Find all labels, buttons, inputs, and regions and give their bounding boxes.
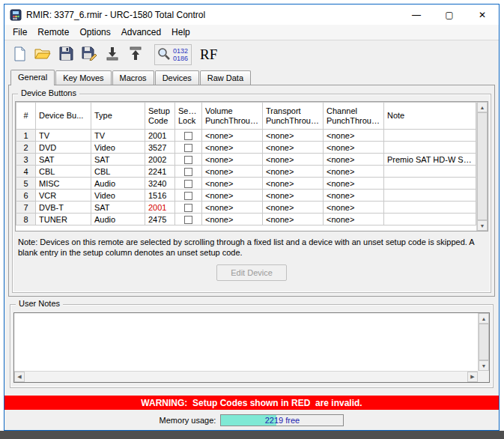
transport-punchthrough-cell[interactable]: <none> bbox=[263, 130, 324, 142]
column-header[interactable]: Type bbox=[91, 103, 145, 130]
tab-macros[interactable]: Macros bbox=[112, 70, 154, 85]
transport-punchthrough-cell[interactable]: <none> bbox=[263, 178, 324, 190]
column-header[interactable]: # bbox=[16, 103, 36, 130]
type-cell[interactable]: Audio bbox=[91, 178, 145, 190]
notes-scroll-right-icon[interactable]: ▶ bbox=[467, 372, 478, 382]
notes-horizontal-scrollbar[interactable]: ◀ ▶ bbox=[14, 371, 478, 382]
tab-raw-data[interactable]: Raw Data bbox=[200, 70, 251, 85]
note-cell[interactable] bbox=[384, 202, 476, 214]
setup-lock-cell[interactable] bbox=[175, 202, 202, 214]
setup-code-cell[interactable]: 2241 bbox=[145, 166, 175, 178]
edit-device-button[interactable]: Edit Device bbox=[216, 264, 287, 281]
volume-punchthrough-cell[interactable]: <none> bbox=[202, 214, 263, 225]
setup-code-cell[interactable]: 1516 bbox=[145, 190, 175, 202]
save-button[interactable] bbox=[55, 44, 76, 65]
column-header[interactable]: Transport PunchThrough bbox=[263, 103, 324, 130]
device-button-cell[interactable]: DVD bbox=[36, 142, 91, 154]
type-cell[interactable]: Video bbox=[91, 190, 145, 202]
setup-code-cell[interactable]: 3527 bbox=[145, 142, 175, 154]
setup-lock-checkbox[interactable] bbox=[184, 192, 192, 200]
setup-lock-checkbox[interactable] bbox=[184, 132, 192, 140]
setup-lock-cell[interactable] bbox=[175, 166, 202, 178]
channel-punchthrough-cell[interactable]: <none> bbox=[324, 178, 384, 190]
scroll-up-icon[interactable]: ▲ bbox=[477, 102, 488, 112]
download-from-remote-button[interactable] bbox=[102, 44, 123, 65]
column-header[interactable]: Channel PunchThrough bbox=[324, 103, 384, 130]
setup-code-cell[interactable]: 2475 bbox=[145, 214, 175, 225]
device-button-cell[interactable]: TV bbox=[36, 130, 91, 142]
column-header[interactable]: Setup Lock bbox=[175, 103, 202, 130]
device-button-cell[interactable]: DVB-T bbox=[36, 202, 91, 214]
channel-punchthrough-cell[interactable]: <none> bbox=[324, 166, 384, 178]
channel-punchthrough-cell[interactable]: <none> bbox=[324, 142, 384, 154]
setup-code-cell[interactable]: 2001 bbox=[145, 130, 175, 142]
note-cell[interactable] bbox=[384, 130, 476, 142]
scrollbar-thumb[interactable] bbox=[477, 112, 488, 220]
upload-to-remote-button[interactable] bbox=[125, 44, 146, 65]
row-number-cell[interactable]: 7 bbox=[16, 202, 36, 214]
maximize-button[interactable]: ▢ bbox=[433, 4, 466, 25]
setup-code-cell[interactable]: 2002 bbox=[145, 154, 175, 166]
device-button-cell[interactable]: CBL bbox=[36, 166, 91, 178]
channel-punchthrough-cell[interactable]: <none> bbox=[324, 214, 384, 225]
notes-hscroll-track[interactable] bbox=[25, 372, 467, 382]
setup-lock-checkbox[interactable] bbox=[184, 204, 192, 212]
column-header[interactable]: Note bbox=[384, 103, 476, 130]
setup-lock-checkbox[interactable] bbox=[184, 180, 192, 188]
volume-punchthrough-cell[interactable]: <none> bbox=[202, 142, 263, 154]
transport-punchthrough-cell[interactable]: <none> bbox=[263, 166, 324, 178]
row-number-cell[interactable]: 2 bbox=[16, 142, 36, 154]
device-button-cell[interactable]: VCR bbox=[36, 190, 91, 202]
tab-key-moves[interactable]: Key Moves bbox=[55, 70, 111, 85]
setup-lock-cell[interactable] bbox=[175, 190, 202, 202]
row-number-cell[interactable]: 6 bbox=[16, 190, 36, 202]
setup-lock-cell[interactable] bbox=[175, 130, 202, 142]
menu-help[interactable]: Help bbox=[166, 25, 195, 39]
channel-punchthrough-cell[interactable]: <none> bbox=[324, 130, 384, 142]
channel-punchthrough-cell[interactable]: <none> bbox=[324, 190, 384, 202]
note-cell[interactable]: Premio SAT HD-W SAT 2002 bbox=[384, 154, 476, 166]
row-number-cell[interactable]: 5 bbox=[16, 178, 36, 190]
note-cell[interactable] bbox=[384, 142, 476, 154]
row-number-cell[interactable]: 4 bbox=[16, 166, 36, 178]
setup-lock-checkbox[interactable] bbox=[184, 144, 192, 152]
device-button-cell[interactable]: TUNER bbox=[36, 214, 91, 225]
notes-scroll-down-icon[interactable]: ▼ bbox=[479, 360, 489, 371]
transport-punchthrough-cell[interactable]: <none> bbox=[263, 214, 324, 225]
note-cell[interactable] bbox=[384, 166, 476, 178]
column-header[interactable]: Setup Code bbox=[145, 103, 175, 130]
notes-vertical-scrollbar[interactable]: ▲ ▼ bbox=[478, 313, 489, 371]
setup-code-cell[interactable]: 3240 bbox=[145, 178, 175, 190]
tab-devices[interactable]: Devices bbox=[155, 70, 199, 85]
open-file-button[interactable] bbox=[32, 44, 53, 65]
note-cell[interactable] bbox=[384, 190, 476, 202]
transport-punchthrough-cell[interactable]: <none> bbox=[263, 142, 324, 154]
setup-code-cell[interactable]: 2001 bbox=[145, 202, 175, 214]
menu-advanced[interactable]: Advanced bbox=[116, 25, 166, 39]
volume-punchthrough-cell[interactable]: <none> bbox=[202, 130, 263, 142]
setup-lock-checkbox[interactable] bbox=[184, 216, 192, 224]
volume-punchthrough-cell[interactable]: <none> bbox=[202, 154, 263, 166]
type-cell[interactable]: Video bbox=[91, 142, 145, 154]
column-header[interactable]: Volume PunchThrough bbox=[202, 103, 263, 130]
note-cell[interactable] bbox=[384, 178, 476, 190]
user-notes-textarea[interactable] bbox=[14, 313, 478, 371]
setup-lock-cell[interactable] bbox=[175, 214, 202, 225]
device-button-cell[interactable]: SAT bbox=[36, 154, 91, 166]
row-number-cell[interactable]: 3 bbox=[16, 154, 36, 166]
type-cell[interactable]: TV bbox=[91, 130, 145, 142]
channel-punchthrough-cell[interactable]: <none> bbox=[324, 154, 384, 166]
row-number-cell[interactable]: 8 bbox=[16, 214, 36, 225]
transport-punchthrough-cell[interactable]: <none> bbox=[263, 202, 324, 214]
transport-punchthrough-cell[interactable]: <none> bbox=[263, 154, 324, 166]
menu-options[interactable]: Options bbox=[74, 25, 115, 39]
notes-scroll-left-icon[interactable]: ◀ bbox=[14, 372, 25, 382]
volume-punchthrough-cell[interactable]: <none> bbox=[202, 190, 263, 202]
scroll-down-icon[interactable]: ▼ bbox=[477, 220, 488, 231]
device-button-cell[interactable]: MISC bbox=[36, 178, 91, 190]
transport-punchthrough-cell[interactable]: <none> bbox=[263, 190, 324, 202]
type-cell[interactable]: CBL bbox=[91, 166, 145, 178]
type-cell[interactable]: Audio bbox=[91, 214, 145, 225]
signature-display[interactable]: 0132 0186 bbox=[154, 44, 192, 65]
menu-remote[interactable]: Remote bbox=[32, 25, 74, 39]
